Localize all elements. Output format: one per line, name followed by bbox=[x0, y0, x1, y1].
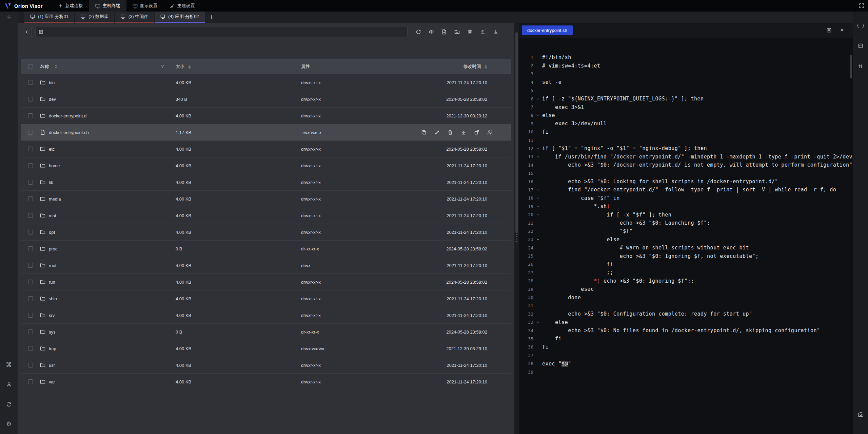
row-checkbox[interactable] bbox=[28, 263, 33, 268]
table-row-tmp[interactable]: tmp4.00 KBdrwxrwxrwx2021-12-30 03:29:10 bbox=[21, 340, 511, 357]
row-checkbox[interactable] bbox=[28, 147, 33, 151]
editor-scrollbar[interactable] bbox=[850, 55, 852, 78]
row-checkbox[interactable] bbox=[28, 379, 33, 384]
table-row-usr[interactable]: usr4.00 KBdrwxr-xr-x2021-11-24 17:20:10 bbox=[21, 357, 511, 374]
row-checkbox[interactable] bbox=[28, 213, 33, 218]
sort-icon[interactable] bbox=[485, 65, 487, 69]
fold-chevron-icon[interactable] bbox=[533, 155, 542, 158]
fold-chevron-icon[interactable] bbox=[533, 213, 542, 216]
table-row-srv[interactable]: srv4.00 KBdrwxr-xr-x2021-11-24 17:20:10 bbox=[21, 307, 511, 324]
terminal-tab-2[interactable]: (2) 数据库 bbox=[75, 12, 114, 23]
column-header-name[interactable]: 名称 bbox=[40, 63, 176, 70]
row-checkbox[interactable] bbox=[28, 363, 33, 367]
fold-chevron-icon[interactable] bbox=[533, 97, 542, 101]
table-row-etc[interactable]: etc4.00 KBdrwxr-xr-x2024-05-28 23:58:02 bbox=[21, 141, 511, 157]
fullscreen-button[interactable] bbox=[855, 0, 868, 12]
row-checkbox[interactable] bbox=[28, 246, 33, 251]
row-checkbox[interactable] bbox=[28, 280, 33, 284]
copy-path-button[interactable] bbox=[421, 130, 427, 135]
preview-button[interactable] bbox=[427, 27, 436, 37]
command-shortcut-button[interactable]: ⌘ bbox=[4, 360, 14, 370]
table-row-lib[interactable]: lib4.00 KBdrwxr-xr-x2021-11-24 17:20:10 bbox=[21, 174, 511, 191]
menu-new-connection[interactable]: 新建连接 bbox=[52, 0, 89, 12]
table-row-home[interactable]: home4.00 KBdrwxr-xr-x2021-11-24 17:20:10 bbox=[21, 157, 511, 174]
table-row-bin[interactable]: bin4.00 KBdrwxr-xr-x2021-11-24 17:20:10 bbox=[21, 74, 511, 91]
close-editor-button[interactable]: × bbox=[837, 26, 846, 35]
screenshot-button[interactable] bbox=[856, 410, 865, 419]
table-row-docker-entrypoint.sh[interactable]: docker-entrypoint.sh1.17 KB-rwxrwxr-x bbox=[21, 124, 511, 141]
save-button[interactable] bbox=[825, 26, 833, 35]
terminal-tab-3[interactable]: (3) 中间件 bbox=[115, 12, 154, 23]
download-button[interactable] bbox=[461, 130, 466, 135]
snippets-button[interactable]: { } bbox=[856, 21, 865, 30]
table-row-proc[interactable]: proc0 Bdr-xr-xr-x2024-05-28 23:58:02 bbox=[21, 241, 511, 257]
sort-icon[interactable] bbox=[188, 65, 191, 69]
table-row-sys[interactable]: sys0 Bdr-xr-xr-x2024-05-28 23:58:02 bbox=[21, 324, 511, 340]
select-all-checkbox[interactable] bbox=[28, 64, 33, 69]
row-checkbox[interactable] bbox=[28, 346, 33, 351]
menu-display-settings[interactable]: 显示设置 bbox=[126, 0, 164, 12]
row-checkbox[interactable] bbox=[28, 296, 33, 301]
transfer-panel-button[interactable] bbox=[856, 41, 865, 51]
settings-button[interactable]: ⚙ bbox=[4, 419, 14, 429]
row-checkbox[interactable] bbox=[28, 163, 33, 168]
new-file-button[interactable] bbox=[439, 27, 449, 37]
table-row-sbin[interactable]: sbin4.00 KBdrwxr-xr-x2021-11-24 17:20:10 bbox=[21, 290, 511, 307]
row-checkbox[interactable] bbox=[28, 97, 33, 101]
sync-button[interactable] bbox=[4, 399, 14, 409]
new-folder-button[interactable] bbox=[452, 27, 462, 37]
send-commands-button[interactable] bbox=[856, 61, 865, 71]
sort-icon[interactable] bbox=[55, 64, 57, 69]
fold-chevron-icon[interactable] bbox=[533, 113, 542, 117]
refresh-button[interactable] bbox=[414, 27, 423, 37]
table-row-docker-entrypoint.d[interactable]: docker-entrypoint.d4.00 KBdrwxr-xr-x2021… bbox=[21, 108, 511, 124]
row-checkbox[interactable] bbox=[28, 230, 33, 234]
row-checkbox[interactable] bbox=[28, 80, 33, 85]
delete-button[interactable] bbox=[465, 27, 475, 37]
terminal-tab-1[interactable]: (1) 应用-分析01 bbox=[24, 12, 74, 23]
download-button[interactable] bbox=[491, 27, 500, 37]
column-header-mtime[interactable]: 修改时间 bbox=[413, 63, 511, 70]
table-row-mnt[interactable]: mnt4.00 KBdrwxr-xr-x2021-11-24 17:20:10 bbox=[21, 207, 511, 224]
new-tab-button[interactable] bbox=[205, 12, 218, 23]
add-connection-button[interactable] bbox=[4, 13, 14, 22]
table-row-opt[interactable]: opt4.00 KBdrwxr-xr-x2021-11-24 17:20:10 bbox=[21, 224, 511, 241]
table-row-media[interactable]: media4.00 KBdrwxr-xr-x2021-11-24 17:20:1… bbox=[21, 191, 511, 207]
menu-theme-settings[interactable]: 主题设置 bbox=[164, 0, 201, 12]
table-row-var[interactable]: var4.00 KBdrwxr-xr-x2021-11-24 17:20:10 bbox=[21, 374, 511, 390]
permission-button[interactable] bbox=[487, 130, 493, 135]
table-row-dev[interactable]: dev340 Bdrwxr-xr-x2024-05-28 23:58:02 bbox=[21, 91, 511, 108]
file-name: home bbox=[49, 163, 60, 168]
code-editor[interactable]: 1#!/bin/sh2# vim:sw=4:ts=4:et34set -e56i… bbox=[519, 38, 853, 434]
fold-chevron-icon[interactable] bbox=[533, 188, 542, 192]
resize-grip[interactable] bbox=[514, 234, 519, 242]
user-button[interactable] bbox=[4, 380, 14, 389]
move-button[interactable] bbox=[474, 130, 479, 135]
row-checkbox[interactable] bbox=[28, 113, 33, 118]
table-row-run[interactable]: run4.00 KBdrwxr-xr-x2024-05-28 23:58:02 bbox=[21, 274, 511, 290]
table-row-root[interactable]: root4.00 KBdrwx------2021-11-24 17:20:10 bbox=[21, 257, 511, 274]
fold-chevron-icon[interactable] bbox=[533, 238, 542, 241]
row-checkbox[interactable] bbox=[28, 130, 33, 135]
terminal-tab-4[interactable]: (4) 应用-分析02 bbox=[155, 12, 204, 23]
scrollbar-thumb[interactable] bbox=[515, 32, 518, 233]
row-checkbox[interactable] bbox=[28, 196, 33, 201]
row-checkbox[interactable] bbox=[28, 313, 33, 318]
right-rail: { } bbox=[853, 12, 868, 434]
editor-file-tab[interactable]: docker-entrypoint.sh bbox=[522, 25, 573, 35]
menu-host-terminal[interactable]: 主机终端 bbox=[89, 0, 126, 12]
fold-chevron-icon[interactable] bbox=[533, 196, 542, 200]
upload-button[interactable] bbox=[478, 27, 488, 37]
back-button[interactable] bbox=[22, 27, 32, 37]
fold-chevron-icon[interactable] bbox=[533, 147, 542, 150]
filter-icon[interactable] bbox=[160, 64, 165, 69]
row-checkbox[interactable] bbox=[28, 180, 33, 185]
row-checkbox[interactable] bbox=[28, 329, 33, 334]
delete-button[interactable] bbox=[448, 130, 453, 135]
edit-button[interactable] bbox=[434, 130, 440, 135]
panel-divider[interactable] bbox=[514, 23, 519, 434]
fold-chevron-icon[interactable] bbox=[533, 205, 542, 208]
column-header-size[interactable]: 大小 bbox=[176, 63, 301, 70]
path-input[interactable] bbox=[35, 27, 408, 37]
fold-chevron-icon[interactable] bbox=[533, 320, 542, 324]
